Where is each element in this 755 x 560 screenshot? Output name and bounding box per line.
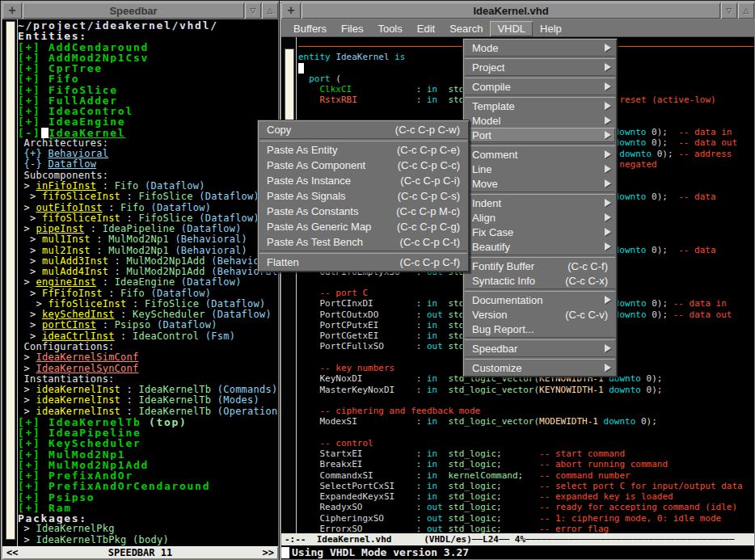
window-shade-icon[interactable]: ▽ <box>245 2 261 19</box>
window-shade-icon[interactable]: ▽ <box>721 2 737 19</box>
window-menu-icon[interactable]: + <box>2 2 22 19</box>
speedbar-line[interactable]: > IdeaKernelSimConf <box>18 352 278 363</box>
text-segment: in <box>427 481 437 491</box>
submenu-item-paste-as-instance[interactable]: Paste As Instance(C-c C-p C-i) <box>259 173 467 188</box>
speedbar-line[interactable]: > keySchedInst : KeyScheduler (Dataflow) <box>18 309 278 320</box>
menu-item-customize[interactable]: Customize <box>465 360 615 375</box>
text-segment <box>298 363 320 373</box>
speedbar-link[interactable]: IdeaKernel <box>49 128 125 138</box>
menubar-item-files[interactable]: Files <box>334 21 370 36</box>
speedbar-link[interactable]: keySchedInst <box>42 309 115 320</box>
menu-item-mode[interactable]: Mode <box>465 40 615 55</box>
speedbar-line[interactable]: > IdeaKernelSynConf <box>18 364 278 374</box>
menu-item-fontify-buffer[interactable]: Fontify Buffer(C-c C-f) <box>465 259 615 273</box>
menu-item-template[interactable]: Template <box>465 99 615 113</box>
speedbar-line[interactable]: > outFifoInst : Fifo (Dataflow) <box>18 203 278 213</box>
pad <box>352 84 415 95</box>
submenu-arrow-icon <box>605 44 611 52</box>
speedbar-link[interactable]: engineInst <box>36 277 96 288</box>
text-segment: ideaKernelInst <box>36 395 120 406</box>
speedbar-link[interactable]: outFifoInst <box>36 203 102 213</box>
submenu-item-paste-as-generic-map[interactable]: Paste As Generic Map(C-c C-p C-g) <box>259 219 467 234</box>
menu-item-fix-case[interactable]: Fix Case <box>465 225 615 239</box>
text-segment: IdeaControl <box>49 106 133 116</box>
text-segment: > <box>18 267 42 277</box>
text-segment: [+] <box>18 449 49 460</box>
text-segment: out <box>427 309 443 320</box>
text-segment <box>145 203 150 213</box>
submenu-item-paste-as-entity[interactable]: Paste As Entity(C-c C-p C-e) <box>259 142 467 158</box>
speedbar-scrollbar[interactable] <box>2 19 18 546</box>
speedbar-line[interactable]: > pipeInst : IdeaPipeline (Dataflow) <box>18 224 278 234</box>
code-line: ErrorxSO : out std_logic; -- error flag <box>298 524 754 533</box>
window-raise-icon[interactable]: △ <box>738 2 754 19</box>
menu-item-speedbar[interactable]: Speedbar <box>465 341 615 356</box>
speedbar-line[interactable]: [-] IdeaKernel <box>18 128 278 138</box>
speedbar-content[interactable]: ~/project/ideakernel/vhdl/Entities:[+] A… <box>2 19 278 546</box>
speedbar-tree[interactable]: ~/project/ideakernel/vhdl/Entities:[+] A… <box>18 20 278 546</box>
menubar-item-help[interactable]: Help <box>533 21 569 36</box>
menu-item-bug-report[interactable]: Bug Report... <box>465 322 615 336</box>
submenu-item-copy[interactable]: Copy(C-c C-p C-w) <box>259 122 467 137</box>
submenu-item-paste-as-signals[interactable]: Paste As Signals(C-c C-p C-s) <box>259 188 467 204</box>
speedbar-link[interactable]: pipeInst <box>36 224 84 234</box>
speedbar-link[interactable]: IdeaKernelSimConf <box>36 352 138 363</box>
menu-item-version[interactable]: Version(C-c C-v) <box>465 307 615 322</box>
menu-item-documentation[interactable]: Documentation <box>465 293 615 307</box>
speedbar-link[interactable]: inFifoInst <box>36 181 96 192</box>
text-segment: in <box>427 459 437 469</box>
menu-item-label: Compile <box>472 81 600 93</box>
menubar-item-tools[interactable]: Tools <box>370 21 409 36</box>
speedbar-line[interactable]: {-} Dataflow <box>18 159 278 170</box>
speedbar-line: Packages: <box>18 513 278 524</box>
text-segment: Subcomponents: <box>18 171 108 181</box>
speedbar-line[interactable]: > inFifoInst : Fifo (Dataflow) <box>18 181 278 192</box>
text-segment: PrefixAndOr <box>49 470 133 481</box>
speedbar-scrollbar-thumb[interactable] <box>6 21 15 540</box>
speedbar-line[interactable]: > portCInst : Psipso (Dataflow) <box>18 320 278 331</box>
submenu-item-flatten[interactable]: Flatten(C-c C-p C-f) <box>259 255 467 270</box>
speedbar-link[interactable]: Dataflow <box>48 159 96 170</box>
speedbar-link[interactable]: IdeaKernelSynConf <box>36 364 138 374</box>
code-line: CommandxSI : in kernelCommand; -- comman… <box>298 470 754 481</box>
speedbar-line: Architectures: <box>18 138 278 149</box>
speedbar-line[interactable]: > engineInst : IdeaEngine (Dataflow) <box>18 277 278 288</box>
scroll-left-button[interactable]: << <box>6 547 18 558</box>
text-segment: : <box>103 203 120 213</box>
menubar-item-buffers[interactable]: Buffers <box>286 21 334 36</box>
menubar-item-search[interactable]: Search <box>442 21 490 36</box>
menu-item-keybinding: (C-c C-p M-c) <box>396 205 460 217</box>
speedbar-link[interactable]: ideaCtrlInst <box>42 331 115 342</box>
menu-item-syntactic-info[interactable]: Syntactic Info(C-c C-x) <box>465 273 615 288</box>
menu-item-comment[interactable]: Comment <box>465 147 615 162</box>
pad <box>373 298 416 309</box>
speedbar-line[interactable]: > ideaCtrlInst : IdeaControl (Fsm) <box>18 331 278 342</box>
submenu-item-paste-as-test-bench[interactable]: Paste As Test Bench(C-c C-p C-t) <box>259 234 467 250</box>
menu-item-move[interactable]: Move <box>465 176 615 191</box>
text-segment: (Behavioral) <box>175 234 247 245</box>
menu-item-model[interactable]: Model <box>465 113 615 128</box>
speedbar-line: > mulAdd4Inst : MulMod2Np1Add (Behaviora… <box>18 267 278 277</box>
text-segment: > <box>18 535 36 545</box>
menu-item-beautify[interactable]: Beautify <box>465 239 615 254</box>
submenu-item-paste-as-component[interactable]: Paste As Component(C-c C-p C-c) <box>259 158 467 173</box>
editor-scrollbar[interactable] <box>281 37 297 533</box>
text-segment: Fifo <box>120 288 145 299</box>
menu-item-indent[interactable]: Indent <box>465 196 615 210</box>
speedbar-link[interactable]: Behavioral <box>48 149 108 159</box>
menu-item-port[interactable]: Port <box>465 128 615 142</box>
menubar-item-edit[interactable]: Edit <box>410 21 442 36</box>
speedbar-line[interactable]: {+} Behavioral <box>18 149 278 159</box>
menu-item-line[interactable]: Line <box>465 162 615 176</box>
menu-item-align[interactable]: Align <box>465 210 615 225</box>
window-menu-icon[interactable]: + <box>281 2 301 19</box>
text-segment: : <box>120 192 138 202</box>
menu-item-project[interactable]: Project <box>465 60 615 74</box>
menubar-item-vhdl[interactable]: VHDL <box>490 21 533 36</box>
menu-item-compile[interactable]: Compile <box>465 79 615 94</box>
window-raise-icon[interactable]: △ <box>262 2 278 19</box>
scroll-right-button[interactable]: >> <box>263 547 274 558</box>
speedbar-link[interactable]: portCInst <box>42 320 96 331</box>
pad <box>502 448 539 459</box>
submenu-item-paste-as-constants[interactable]: Paste As Constants(C-c C-p M-c) <box>259 204 467 219</box>
